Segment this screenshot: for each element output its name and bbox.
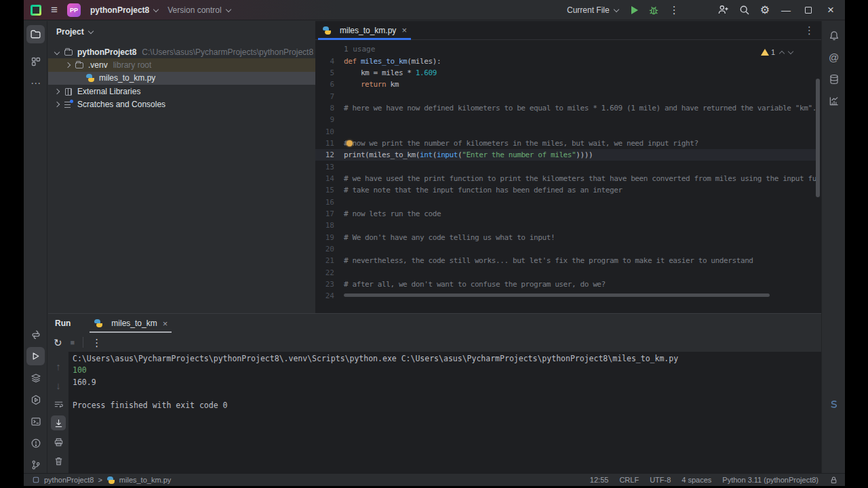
code-line-19[interactable]: 19# We don't have any code telling us wh… [315,232,817,243]
stop-button[interactable]: ■ [71,339,75,346]
inspection-widget[interactable]: 1 [761,48,793,56]
code-line-11[interactable]: 11# now we print the number of kilometer… [315,138,817,149]
chevron-right-icon[interactable] [54,88,60,94]
structure-tool-button[interactable] [26,52,45,70]
chevron-down-icon[interactable] [54,49,60,54]
maximize-button[interactable] [802,5,814,16]
tree-item--venv[interactable]: .venvlibrary root [48,58,315,71]
run-tab[interactable]: miles_to_km × [90,314,172,333]
python-file-icon [94,319,103,328]
code-line-6[interactable]: 6 return km [315,79,817,90]
code-line-23[interactable]: 23# after all, we don't want to confuse … [315,279,817,290]
database-tool-button[interactable] [825,70,843,88]
tree-item-scratches-and-consoles[interactable]: Scratches and Consoles [48,98,315,110]
inlay-hint-row[interactable]: 1 usage [315,43,817,55]
project-panel-header[interactable]: Project [48,21,315,43]
status-encoding[interactable]: UTF-8 [650,476,671,484]
chevron-right-icon[interactable] [65,62,71,68]
more-tool-windows-button[interactable]: ⋯ [26,74,45,92]
code-line-13[interactable]: 13 [315,161,817,172]
right-tool-stripe: @ [821,21,845,473]
plots-tool-button[interactable] [825,92,843,110]
code-line-5[interactable]: 5 km = miles * 1.609 [315,67,817,79]
status-indent[interactable]: 4 spaces [682,476,711,484]
debug-button[interactable] [648,5,659,16]
run-button[interactable] [631,6,638,14]
line-number: 9 [315,115,334,124]
code-line-12[interactable]: 12print(miles_to_km(int(input("Enter the… [315,149,817,161]
code-line-4[interactable]: 4def miles_to_km(miles): [315,55,817,66]
run-tool-window: Run miles_to_km × ↻ ■ ⋮ ↑ ↓ [48,313,821,473]
printer-icon [54,437,64,447]
problems-tool-button[interactable] [26,434,45,452]
code-line-21[interactable]: 21# nevertheless, the code still works..… [315,255,817,266]
line-number: 12 [315,150,334,159]
run-more-options-button[interactable]: ⋮ [92,338,102,348]
project-tool-button[interactable] [26,25,45,43]
next-warning-icon[interactable] [788,48,793,54]
code-line-15[interactable]: 15# take note that the input function ha… [315,184,817,196]
close-button[interactable]: × [825,3,837,17]
breadcrumb-file[interactable]: miles_to_km.py [119,476,171,484]
code-editor[interactable]: 1 usage4def miles_to_km(miles):5 km = mi… [315,43,817,309]
chevron-down-icon [225,6,231,12]
project-selector[interactable]: pythonProject8 [90,5,158,15]
tab-close-icon[interactable]: × [401,25,407,35]
code-line-22[interactable]: 22 [315,267,817,279]
code-line-16[interactable]: 16 [315,196,817,207]
intention-bulb-icon[interactable] [347,140,353,146]
tab-close-icon[interactable]: × [163,319,168,329]
python-packages-tool-button[interactable] [26,325,45,344]
services-tool-button[interactable] [26,369,45,387]
status-cursor-position[interactable]: 12:55 [590,476,609,484]
project-avatar[interactable]: PP [67,3,81,17]
code-line-9[interactable]: 9 [315,114,817,125]
code-line-17[interactable]: 17# now lets run the code [315,208,817,220]
tree-item-miles-to-km-py[interactable]: miles_to_km.py [48,72,315,85]
tree-item-pythonproject8[interactable]: pythonProject8C:\Users\asus\PycharmProje… [48,45,315,58]
vcs-selector[interactable]: Version control [167,5,230,15]
run-config-selector[interactable]: Current File [567,5,618,15]
ai-assistant-button[interactable]: @ [825,48,843,66]
tree-item-hint: C:\Users\asus\PycharmProjects\pythonProj… [142,47,313,57]
clear-console-button[interactable] [51,453,66,468]
run-console-output[interactable]: C:\Users\asus\PycharmProjects\pythonProj… [68,352,821,473]
status-interpreter[interactable]: Python 3.11 (pythonProject8) [722,476,818,484]
run-tool-button[interactable] [26,347,45,365]
version-control-tool-button[interactable] [26,455,45,474]
breadcrumb-project[interactable]: pythonProject8 [44,476,94,484]
prev-warning-icon[interactable] [779,51,785,56]
up-stacktrace-button[interactable]: ↑ [51,359,66,373]
rerun-button[interactable]: ↻ [54,338,62,348]
tree-item-external-libraries[interactable]: External Libraries [48,85,315,98]
terminal-tool-button[interactable] [26,412,45,430]
code-line-14[interactable]: 14# we have used the print function to p… [315,173,817,184]
code-line-10[interactable]: 10 [315,125,817,137]
search-everywhere-button[interactable] [739,5,750,16]
code-line-20[interactable]: 20 [315,243,817,255]
breadcrumb-separator: > [98,476,102,484]
code-with-me-button[interactable] [717,4,729,16]
lock-icon[interactable] [829,476,838,485]
python-console-tool-button[interactable] [26,390,45,409]
code-line-7[interactable]: 7 [315,90,817,102]
breadcrumb: pythonProject8 > miles_to_km.py [32,476,171,485]
down-stacktrace-button[interactable]: ↓ [51,378,66,392]
code-line-18[interactable]: 18 [315,220,817,231]
notifications-button[interactable] [825,26,843,45]
print-button[interactable] [51,434,66,449]
chevron-right-icon[interactable] [54,102,60,107]
settings-button[interactable]: ⚙ [760,5,770,16]
editor-horizontal-scrollbar[interactable] [344,293,770,297]
editor-tab[interactable]: miles_to_km.py × [315,21,414,39]
status-line-ending[interactable]: CRLF [619,476,639,484]
minimize-button[interactable]: — [780,5,792,16]
tab-options-button[interactable]: ⋮ [804,25,814,35]
soft-wrap-button[interactable] [51,396,66,411]
code-line-8[interactable]: 8# here we have now defined kilometers t… [315,102,817,114]
more-actions-button[interactable]: ⋮ [669,5,679,15]
editor-vertical-scrollbar[interactable] [816,79,820,197]
scroll-to-end-button[interactable] [51,415,66,430]
main-menu-icon[interactable]: ≡ [51,4,58,16]
structure-icon [31,56,41,67]
